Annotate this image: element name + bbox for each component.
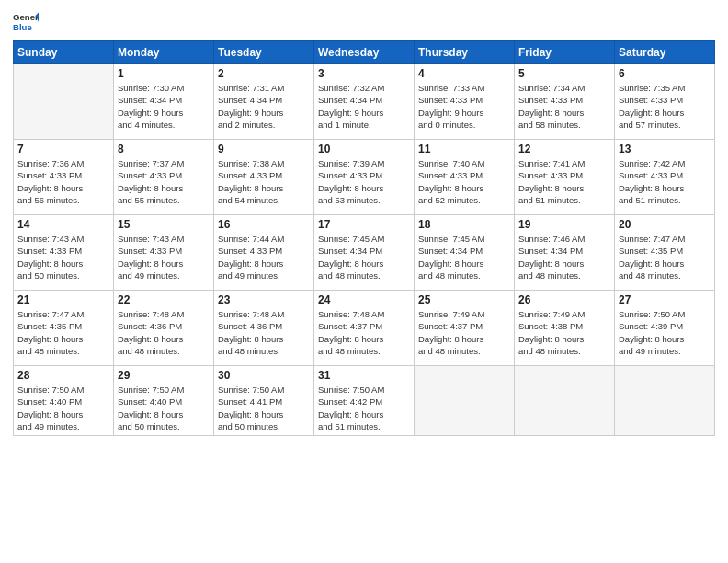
calendar-header-row: SundayMondayTuesdayWednesdayThursdayFrid… — [14, 41, 715, 64]
day-cell-2: 2Sunrise: 7:31 AM Sunset: 4:34 PM Daylig… — [214, 64, 314, 140]
empty-cell — [515, 366, 615, 436]
day-cell-6: 6Sunrise: 7:35 AM Sunset: 4:33 PM Daylig… — [615, 64, 715, 140]
day-info: Sunrise: 7:47 AM Sunset: 4:35 PM Dayligh… — [619, 233, 711, 282]
day-number: 28 — [17, 369, 109, 382]
day-info: Sunrise: 7:48 AM Sunset: 4:36 PM Dayligh… — [218, 308, 310, 357]
day-cell-23: 23Sunrise: 7:48 AM Sunset: 4:36 PM Dayli… — [214, 291, 314, 366]
svg-text:Blue: Blue — [13, 22, 32, 32]
day-number: 18 — [418, 218, 510, 231]
day-number: 3 — [318, 67, 410, 80]
day-number: 10 — [318, 143, 410, 155]
day-number: 24 — [318, 293, 410, 306]
week-row-4: 21Sunrise: 7:47 AM Sunset: 4:35 PM Dayli… — [14, 291, 715, 366]
col-header-tuesday: Tuesday — [214, 41, 314, 64]
day-cell-1: 1Sunrise: 7:30 AM Sunset: 4:34 PM Daylig… — [114, 64, 214, 140]
day-info: Sunrise: 7:35 AM Sunset: 4:33 PM Dayligh… — [619, 82, 711, 131]
day-info: Sunrise: 7:30 AM Sunset: 4:34 PM Dayligh… — [118, 82, 210, 131]
day-number: 21 — [17, 293, 109, 306]
day-number: 22 — [118, 293, 210, 306]
day-number: 26 — [518, 293, 610, 306]
day-cell-24: 24Sunrise: 7:48 AM Sunset: 4:37 PM Dayli… — [314, 291, 415, 366]
day-number: 13 — [619, 143, 711, 155]
day-number: 19 — [518, 218, 610, 231]
col-header-sunday: Sunday — [14, 41, 114, 64]
day-number: 20 — [619, 218, 711, 231]
day-cell-9: 9Sunrise: 7:38 AM Sunset: 4:33 PM Daylig… — [214, 140, 314, 215]
empty-cell — [615, 366, 715, 436]
day-cell-10: 10Sunrise: 7:39 AM Sunset: 4:33 PM Dayli… — [314, 140, 415, 215]
day-number: 9 — [218, 143, 310, 155]
day-info: Sunrise: 7:42 AM Sunset: 4:33 PM Dayligh… — [619, 157, 711, 206]
day-info: Sunrise: 7:50 AM Sunset: 4:42 PM Dayligh… — [318, 384, 410, 432]
col-header-wednesday: Wednesday — [314, 41, 415, 64]
day-info: Sunrise: 7:31 AM Sunset: 4:34 PM Dayligh… — [218, 82, 310, 131]
day-info: Sunrise: 7:37 AM Sunset: 4:33 PM Dayligh… — [118, 157, 210, 206]
day-cell-15: 15Sunrise: 7:43 AM Sunset: 4:33 PM Dayli… — [114, 215, 214, 291]
day-info: Sunrise: 7:44 AM Sunset: 4:33 PM Dayligh… — [218, 233, 310, 282]
day-number: 17 — [318, 218, 410, 231]
week-row-2: 7Sunrise: 7:36 AM Sunset: 4:33 PM Daylig… — [14, 140, 715, 215]
day-info: Sunrise: 7:38 AM Sunset: 4:33 PM Dayligh… — [218, 157, 310, 206]
day-number: 11 — [418, 143, 510, 155]
day-info: Sunrise: 7:49 AM Sunset: 4:38 PM Dayligh… — [518, 308, 610, 357]
calendar-table: SundayMondayTuesdayWednesdayThursdayFrid… — [13, 40, 715, 436]
day-cell-21: 21Sunrise: 7:47 AM Sunset: 4:35 PM Dayli… — [14, 291, 114, 366]
day-info: Sunrise: 7:33 AM Sunset: 4:33 PM Dayligh… — [418, 82, 510, 131]
day-number: 15 — [118, 218, 210, 231]
day-info: Sunrise: 7:48 AM Sunset: 4:37 PM Dayligh… — [318, 308, 410, 357]
day-cell-14: 14Sunrise: 7:43 AM Sunset: 4:33 PM Dayli… — [14, 215, 114, 291]
day-info: Sunrise: 7:41 AM Sunset: 4:33 PM Dayligh… — [518, 157, 610, 206]
week-row-5: 28Sunrise: 7:50 AM Sunset: 4:40 PM Dayli… — [14, 366, 715, 436]
day-cell-25: 25Sunrise: 7:49 AM Sunset: 4:37 PM Dayli… — [415, 291, 515, 366]
day-number: 23 — [218, 293, 310, 306]
day-cell-13: 13Sunrise: 7:42 AM Sunset: 4:33 PM Dayli… — [615, 140, 715, 215]
day-cell-12: 12Sunrise: 7:41 AM Sunset: 4:33 PM Dayli… — [515, 140, 615, 215]
day-info: Sunrise: 7:49 AM Sunset: 4:37 PM Dayligh… — [418, 308, 510, 357]
day-number: 14 — [17, 218, 109, 231]
day-cell-3: 3Sunrise: 7:32 AM Sunset: 4:34 PM Daylig… — [314, 64, 415, 140]
empty-cell — [14, 64, 114, 140]
day-number: 4 — [418, 67, 510, 80]
day-info: Sunrise: 7:45 AM Sunset: 4:34 PM Dayligh… — [418, 233, 510, 282]
day-info: Sunrise: 7:48 AM Sunset: 4:36 PM Dayligh… — [118, 308, 210, 357]
page-container: General Blue SundayMondayTuesdayWednesda… — [0, 0, 728, 563]
day-number: 30 — [218, 369, 310, 382]
day-info: Sunrise: 7:50 AM Sunset: 4:40 PM Dayligh… — [118, 384, 210, 432]
empty-cell — [415, 366, 515, 436]
day-number: 29 — [118, 369, 210, 382]
day-cell-5: 5Sunrise: 7:34 AM Sunset: 4:33 PM Daylig… — [515, 64, 615, 140]
day-cell-26: 26Sunrise: 7:49 AM Sunset: 4:38 PM Dayli… — [515, 291, 615, 366]
day-info: Sunrise: 7:50 AM Sunset: 4:39 PM Dayligh… — [619, 308, 711, 357]
day-info: Sunrise: 7:39 AM Sunset: 4:33 PM Dayligh… — [318, 157, 410, 206]
header: General Blue — [13, 9, 715, 35]
day-info: Sunrise: 7:50 AM Sunset: 4:41 PM Dayligh… — [218, 384, 310, 432]
col-header-thursday: Thursday — [415, 41, 515, 64]
day-info: Sunrise: 7:36 AM Sunset: 4:33 PM Dayligh… — [17, 157, 109, 206]
day-number: 6 — [619, 67, 711, 80]
day-number: 2 — [218, 67, 310, 80]
day-number: 1 — [118, 67, 210, 80]
day-number: 7 — [17, 143, 109, 155]
day-cell-4: 4Sunrise: 7:33 AM Sunset: 4:33 PM Daylig… — [415, 64, 515, 140]
day-info: Sunrise: 7:43 AM Sunset: 4:33 PM Dayligh… — [118, 233, 210, 282]
day-info: Sunrise: 7:50 AM Sunset: 4:40 PM Dayligh… — [17, 384, 109, 432]
day-cell-11: 11Sunrise: 7:40 AM Sunset: 4:33 PM Dayli… — [415, 140, 515, 215]
day-number: 5 — [518, 67, 610, 80]
day-cell-29: 29Sunrise: 7:50 AM Sunset: 4:40 PM Dayli… — [114, 366, 214, 436]
week-row-1: 1Sunrise: 7:30 AM Sunset: 4:34 PM Daylig… — [14, 64, 715, 140]
day-cell-7: 7Sunrise: 7:36 AM Sunset: 4:33 PM Daylig… — [14, 140, 114, 215]
day-info: Sunrise: 7:46 AM Sunset: 4:34 PM Dayligh… — [518, 233, 610, 282]
day-number: 25 — [418, 293, 510, 306]
day-cell-8: 8Sunrise: 7:37 AM Sunset: 4:33 PM Daylig… — [114, 140, 214, 215]
day-cell-30: 30Sunrise: 7:50 AM Sunset: 4:41 PM Dayli… — [214, 366, 314, 436]
day-cell-28: 28Sunrise: 7:50 AM Sunset: 4:40 PM Dayli… — [14, 366, 114, 436]
day-number: 8 — [118, 143, 210, 155]
logo: General Blue — [13, 9, 35, 35]
day-cell-31: 31Sunrise: 7:50 AM Sunset: 4:42 PM Dayli… — [314, 366, 415, 436]
day-cell-19: 19Sunrise: 7:46 AM Sunset: 4:34 PM Dayli… — [515, 215, 615, 291]
col-header-friday: Friday — [515, 41, 615, 64]
day-cell-18: 18Sunrise: 7:45 AM Sunset: 4:34 PM Dayli… — [415, 215, 515, 291]
day-cell-27: 27Sunrise: 7:50 AM Sunset: 4:39 PM Dayli… — [615, 291, 715, 366]
week-row-3: 14Sunrise: 7:43 AM Sunset: 4:33 PM Dayli… — [14, 215, 715, 291]
day-cell-22: 22Sunrise: 7:48 AM Sunset: 4:36 PM Dayli… — [114, 291, 214, 366]
